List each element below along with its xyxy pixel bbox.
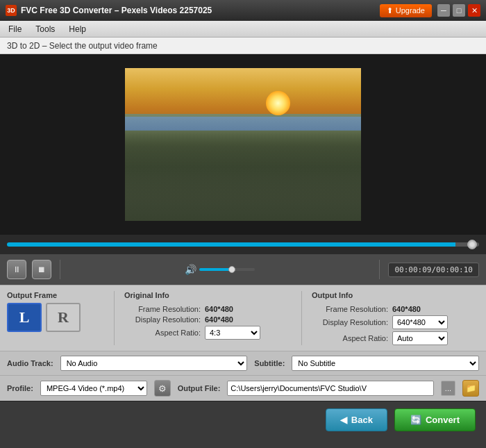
- minimize-button[interactable]: ─: [437, 4, 450, 17]
- audio-subtitle-row: Audio Track: No Audio Subtitle: No Subti…: [0, 351, 486, 375]
- out-aspect-select[interactable]: Auto 4:3 16:9: [392, 331, 448, 345]
- orig-frame-res-value: 640*480: [205, 305, 233, 313]
- orig-frame-res-label: Frame Resolution:: [124, 305, 201, 313]
- orig-display-res-label: Display Resolution:: [124, 315, 201, 324]
- orig-frame-res-row: Frame Resolution: 640*480: [124, 305, 292, 313]
- controls-divider-1: [60, 260, 60, 279]
- orig-display-res-value: 640*480: [205, 315, 233, 324]
- seekbar[interactable]: [7, 242, 479, 247]
- video-sun: [266, 91, 290, 115]
- back-button[interactable]: ◀ Back: [326, 408, 387, 431]
- out-aspect-label: Aspect Ratio:: [312, 334, 388, 342]
- out-frame-res-value: 640*480: [392, 305, 421, 313]
- l-button[interactable]: L: [7, 303, 42, 332]
- open-folder-button[interactable]: 📁: [462, 380, 479, 397]
- window-controls: ─ □ ✕: [437, 4, 480, 17]
- panel-separator-2: [301, 291, 302, 345]
- out-aspect-row: Aspect Ratio: Auto 4:3 16:9: [312, 331, 479, 345]
- video-container: [0, 54, 486, 235]
- action-bar: ◀ Back 🔄 Convert: [0, 401, 486, 438]
- controls-bar: ⏸ ⏹ 🔊 00:00:09/00:00:10: [0, 254, 486, 285]
- volume-thumb[interactable]: [228, 266, 235, 273]
- out-display-res-label: Display Resolution:: [312, 318, 388, 326]
- volume-area: 🔊: [69, 264, 371, 275]
- convert-icon: 🔄: [410, 415, 421, 425]
- original-info-label: Original Info: [124, 291, 292, 299]
- r-button[interactable]: R: [46, 303, 81, 332]
- menu-bar: File Tools Help: [0, 21, 486, 38]
- breadcrumb-text: 3D to 2D – Select the output video frame: [7, 41, 158, 51]
- back-icon: ◀: [340, 415, 347, 425]
- stop-button[interactable]: ⏹: [32, 260, 51, 279]
- subtitle-label: Subtitle:: [254, 359, 285, 367]
- output-info-label: Output Info: [312, 291, 479, 299]
- menu-file[interactable]: File: [6, 23, 24, 35]
- orig-aspect-label: Aspect Ratio:: [124, 329, 201, 337]
- seekbar-container: [0, 235, 486, 254]
- out-display-res-select[interactable]: 640*480 1280*720 1920*1080: [392, 315, 448, 329]
- out-display-res-row: Display Resolution: 640*480 1280*720 192…: [312, 315, 479, 329]
- time-display: 00:00:09/00:00:10: [388, 263, 479, 277]
- audio-track-label: Audio Track:: [7, 359, 53, 367]
- pause-button[interactable]: ⏸: [7, 260, 26, 279]
- info-panel: Output Frame L R Original Info Frame Res…: [0, 285, 486, 351]
- profile-settings-button[interactable]: ⚙: [154, 380, 171, 397]
- convert-button[interactable]: 🔄 Convert: [394, 408, 476, 431]
- profile-select[interactable]: MPEG-4 Video (*.mp4) AVI Video (*.avi) M…: [40, 381, 147, 396]
- output-file-input[interactable]: [227, 381, 433, 396]
- app-title: FVC Free 3D Converter – Pexels Videos 22…: [21, 6, 212, 15]
- upgrade-label: Upgrade: [396, 6, 425, 15]
- seekbar-thumb[interactable]: [467, 240, 477, 249]
- audio-track-select[interactable]: No Audio: [60, 356, 248, 371]
- menu-tools[interactable]: Tools: [33, 23, 58, 35]
- convert-label: Convert: [426, 415, 460, 425]
- controls-divider-2: [379, 260, 380, 279]
- out-frame-res-label: Frame Resolution:: [312, 305, 388, 313]
- output-info-section: Output Info Frame Resolution: 640*480 Di…: [312, 291, 479, 345]
- upgrade-button[interactable]: ⬆ Upgrade: [380, 4, 432, 17]
- lr-buttons: L R: [7, 303, 81, 332]
- subtitle-select[interactable]: No Subtitle: [292, 356, 479, 371]
- volume-slider[interactable]: [199, 268, 255, 271]
- video-buildings: [125, 129, 361, 221]
- title-bar: 3D FVC Free 3D Converter – Pexels Videos…: [0, 0, 486, 21]
- original-info-section: Original Info Frame Resolution: 640*480 …: [124, 291, 292, 345]
- close-button[interactable]: ✕: [468, 4, 480, 17]
- output-frame-label: Output Frame: [7, 291, 57, 299]
- back-label: Back: [351, 415, 373, 425]
- app-icon: 3D: [6, 5, 17, 16]
- breadcrumb: 3D to 2D – Select the output video frame: [0, 38, 486, 54]
- orig-aspect-row: Aspect Ratio: 4:3 16:9: [124, 326, 292, 340]
- profile-output-row: Profile: MPEG-4 Video (*.mp4) AVI Video …: [0, 375, 486, 401]
- orig-aspect-select[interactable]: 4:3 16:9: [205, 326, 260, 340]
- panel-separator-1: [114, 291, 115, 345]
- output-file-label: Output File:: [178, 384, 221, 392]
- volume-icon: 🔊: [185, 264, 196, 275]
- output-file-browse-button[interactable]: ...: [441, 381, 455, 396]
- upgrade-icon: ⬆: [387, 6, 393, 15]
- output-frame-section: Output Frame L R: [7, 291, 104, 345]
- orig-display-res-row: Display Resolution: 640*480: [124, 315, 292, 324]
- profile-label: Profile:: [7, 384, 33, 392]
- video-frame: [125, 68, 361, 221]
- maximize-button[interactable]: □: [453, 4, 465, 17]
- title-bar-left: 3D FVC Free 3D Converter – Pexels Videos…: [6, 5, 212, 16]
- out-frame-res-row: Frame Resolution: 640*480: [312, 305, 479, 313]
- menu-help[interactable]: Help: [66, 23, 89, 35]
